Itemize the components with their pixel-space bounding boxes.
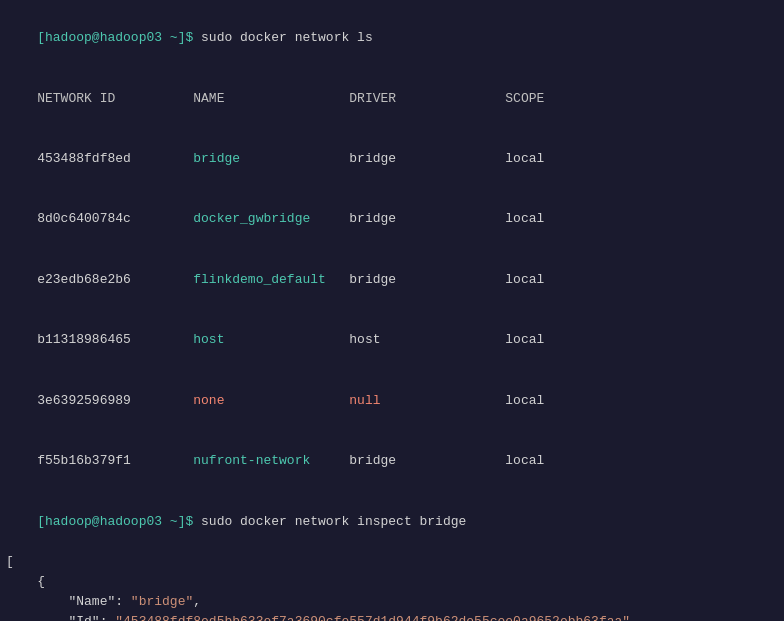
- table-row: f55b16b379f1 nufront-network bridge loca…: [6, 431, 778, 491]
- net-driver-4: host: [349, 332, 505, 347]
- net-name-2: docker_gwbridge: [193, 211, 349, 226]
- net-scope-6: local: [505, 453, 544, 468]
- table-header: NETWORK ID NAME DRIVER SCOPE: [6, 68, 778, 128]
- net-id-6: f55b16b379f1: [37, 453, 193, 468]
- net-name-6: nufront-network: [193, 453, 349, 468]
- net-id-3: e23edb68e2b6: [37, 272, 193, 287]
- prompt-2: [hadoop@hadoop03 ~]$: [37, 514, 193, 529]
- net-id-2: 8d0c6400784c: [37, 211, 193, 226]
- net-driver-3: bridge: [349, 272, 505, 287]
- net-scope-3: local: [505, 272, 544, 287]
- net-driver-2: bridge: [349, 211, 505, 226]
- header-name: NAME: [193, 91, 349, 106]
- net-id-1: 453488fdf8ed: [37, 151, 193, 166]
- net-name-1: bridge: [193, 151, 349, 166]
- net-scope-5: local: [505, 393, 544, 408]
- json-line: "Id": "453488fdf8ed5bb633ef7a3690cfe557d…: [6, 612, 778, 621]
- net-driver-1: bridge: [349, 151, 505, 166]
- table-row: 3e6392596989 none null local: [6, 371, 778, 431]
- command-line-1: [hadoop@hadoop03 ~]$ sudo docker network…: [6, 8, 778, 68]
- net-name-3: flinkdemo_default: [193, 272, 349, 287]
- command-line-2: [hadoop@hadoop03 ~]$ sudo docker network…: [6, 491, 778, 551]
- net-driver-6: bridge: [349, 453, 505, 468]
- table-row: 8d0c6400784c docker_gwbridge bridge loca…: [6, 189, 778, 249]
- prompt-1: [hadoop@hadoop03 ~]$: [37, 30, 193, 45]
- cmd-1: sudo docker network ls: [193, 30, 372, 45]
- net-scope-4: local: [505, 332, 544, 347]
- terminal-window: [hadoop@hadoop03 ~]$ sudo docker network…: [0, 0, 784, 621]
- net-scope-2: local: [505, 211, 544, 226]
- net-name-5: none: [193, 393, 349, 408]
- net-driver-5: null: [349, 393, 505, 408]
- net-id-5: 3e6392596989: [37, 393, 193, 408]
- cmd-2: sudo docker network inspect bridge: [193, 514, 466, 529]
- json-open-bracket: [: [6, 552, 778, 572]
- net-id-4: b11318986465: [37, 332, 193, 347]
- net-scope-1: local: [505, 151, 544, 166]
- header-scope: SCOPE: [505, 91, 544, 106]
- table-row: e23edb68e2b6 flinkdemo_default bridge lo…: [6, 250, 778, 310]
- json-line: "Name": "bridge",: [6, 592, 778, 612]
- header-network-id: NETWORK ID: [37, 91, 193, 106]
- header-driver: DRIVER: [349, 91, 505, 106]
- net-name-4: host: [193, 332, 349, 347]
- table-row: 453488fdf8ed bridge bridge local: [6, 129, 778, 189]
- json-line: {: [6, 572, 778, 592]
- table-row: b11318986465 host host local: [6, 310, 778, 370]
